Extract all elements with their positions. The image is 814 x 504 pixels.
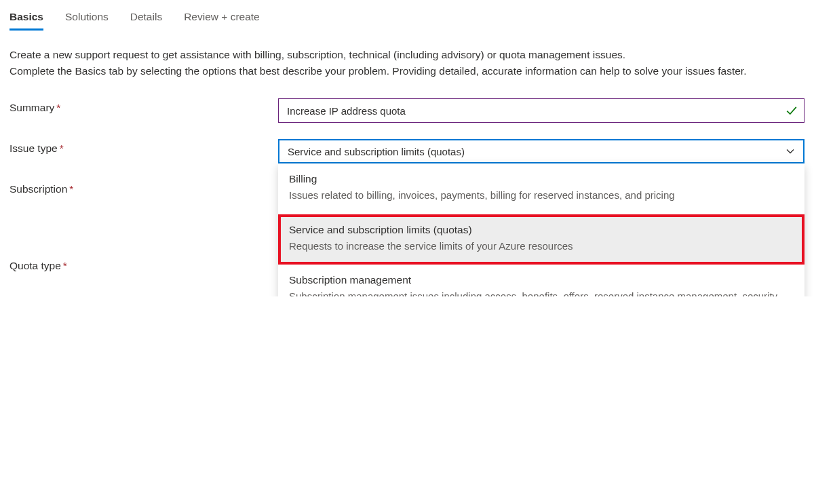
label-summary-text: Summary: [9, 102, 54, 113]
tab-basics[interactable]: Basics: [9, 8, 43, 30]
option-title: Subscription management: [289, 274, 794, 286]
summary-input[interactable]: [278, 98, 805, 123]
tab-review-create[interactable]: Review + create: [184, 8, 260, 30]
tab-details[interactable]: Details: [130, 8, 162, 30]
required-mark: *: [63, 260, 67, 271]
tabs-bar: Basics Solutions Details Review + create: [9, 8, 805, 31]
label-summary: Summary*: [9, 98, 278, 114]
required-mark: *: [56, 102, 60, 113]
option-title: Service and subscription limits (quotas): [289, 224, 794, 236]
tab-solutions[interactable]: Solutions: [65, 8, 109, 30]
issue-type-select[interactable]: Service and subscription limits (quotas): [278, 139, 805, 163]
label-issue-type-text: Issue type: [9, 142, 58, 154]
desc-line1: Create a new support request to get assi…: [9, 49, 625, 60]
label-quota-type: Quota type*: [9, 256, 278, 272]
required-mark: *: [69, 183, 73, 195]
chevron-down-icon: [786, 147, 795, 156]
option-title: Billing: [289, 173, 794, 185]
row-summary: Summary*: [9, 98, 805, 123]
page-description: Create a new support request to get assi…: [9, 47, 796, 79]
dropdown-option-quotas[interactable]: Service and subscription limits (quotas)…: [278, 214, 805, 265]
option-desc: Issues related to billing, invoices, pay…: [289, 188, 794, 203]
option-desc: Requests to increase the service limits …: [289, 239, 794, 254]
issue-type-control: Service and subscription limits (quotas)…: [278, 139, 805, 163]
dropdown-option-subscription-mgmt[interactable]: Subscription management Subscription man…: [278, 265, 805, 296]
label-quota-type-text: Quota type: [9, 260, 61, 271]
dropdown-option-billing[interactable]: Billing Issues related to billing, invoi…: [278, 163, 805, 214]
issue-type-value: Service and subscription limits (quotas): [288, 146, 465, 157]
option-desc: Subscription management issues including…: [289, 289, 794, 296]
summary-control: [278, 98, 805, 123]
label-subscription: Subscription*: [9, 180, 278, 195]
checkmark-icon: [786, 104, 798, 117]
label-subscription-text: Subscription: [9, 183, 67, 195]
required-mark: *: [60, 142, 64, 154]
label-issue-type: Issue type*: [9, 139, 278, 155]
desc-line2: Complete the Basics tab by selecting the…: [9, 65, 746, 77]
row-issue-type: Issue type* Service and subscription lim…: [9, 139, 805, 163]
issue-type-dropdown: Billing Issues related to billing, invoi…: [278, 163, 805, 296]
